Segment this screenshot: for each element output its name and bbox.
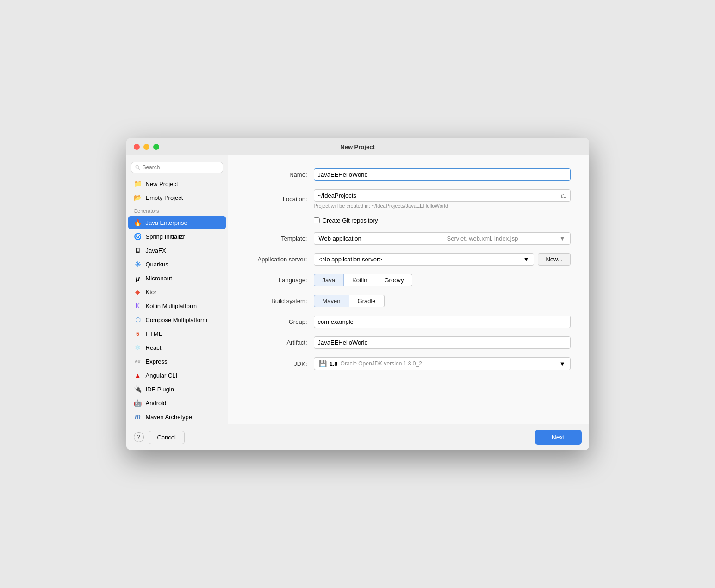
minimize-button[interactable]: [143, 144, 149, 150]
language-label: Language:: [247, 277, 314, 284]
sidebar-item-label: Empty Project: [146, 194, 183, 201]
app-server-controls: <No application server> ▼ New...: [314, 253, 571, 266]
jdk-chevron-icon: ▼: [560, 360, 566, 367]
sidebar-item-label: Kotlin Multiplatform: [146, 303, 197, 309]
new-project-dialog: New Project 📁 New Project 📂 Empty Projec…: [126, 138, 589, 450]
location-field[interactable]: [314, 189, 571, 202]
jdk-dropdown[interactable]: 💾 1.8 Oracle OpenJDK version 1.8.0_2 ▼: [314, 357, 571, 370]
sidebar-item-javafx[interactable]: 🖥 JavaFX: [128, 244, 226, 257]
sidebar-item-label: React: [146, 344, 162, 351]
create-git-label: Create Git repository: [323, 217, 378, 224]
svg-line-1: [138, 168, 140, 170]
close-button[interactable]: [134, 144, 140, 150]
create-git-checkbox[interactable]: [314, 217, 320, 223]
language-java-button[interactable]: Java: [314, 274, 344, 286]
jdk-desc: Oracle OpenJDK version 1.8.0_2: [341, 360, 422, 367]
app-server-dropdown[interactable]: <No application server> ▼: [314, 253, 535, 266]
language-row: Language: Java Kotlin Groovy: [247, 274, 571, 286]
window-title: New Project: [340, 143, 374, 150]
app-server-chevron-icon: ▼: [523, 256, 529, 263]
sidebar-item-label: Angular CLI: [146, 372, 178, 379]
language-groovy-button[interactable]: Groovy: [376, 274, 413, 286]
spring-icon: 🌀: [134, 232, 142, 241]
artifact-label: Artifact:: [247, 339, 314, 346]
app-server-row: Application server: <No application serv…: [247, 253, 571, 266]
build-system-row: Build system: Maven Gradle: [247, 295, 571, 307]
sidebar-item-android[interactable]: 🤖 Android: [128, 396, 226, 409]
artifact-field-wrap: [314, 336, 571, 349]
java-enterprise-icon: 🔥: [134, 218, 142, 227]
build-maven-button[interactable]: Maven: [314, 295, 349, 307]
sidebar-item-label: Maven Archetype: [146, 414, 192, 421]
template-select: Web application Servlet, web.xml, index.…: [314, 232, 571, 245]
html-icon: 5: [134, 329, 142, 338]
sidebar-item-label: Android: [146, 400, 167, 407]
browse-folder-icon[interactable]: 🗂: [560, 192, 567, 199]
search-input[interactable]: [142, 164, 218, 171]
cancel-button[interactable]: Cancel: [149, 431, 185, 444]
group-field-wrap: [314, 316, 571, 328]
language-kotlin-button[interactable]: Kotlin: [344, 274, 376, 286]
sidebar-item-micronaut[interactable]: μ Micronaut: [128, 272, 226, 285]
jdk-disk-icon: 💾: [319, 360, 327, 367]
sidebar-item-label: JavaFX: [146, 247, 166, 254]
location-wrap: 🗂: [314, 189, 571, 202]
sidebar-item-ide-plugin[interactable]: 🔌 IDE Plugin: [128, 383, 226, 396]
jdk-label: JDK:: [247, 360, 314, 367]
location-hint: Project will be created in: ~/IdeaProjec…: [314, 203, 571, 209]
new-server-button[interactable]: New...: [538, 253, 570, 266]
search-icon: [135, 165, 140, 170]
template-hint-dropdown[interactable]: Servlet, web.xml, index.jsp ▼: [442, 232, 571, 245]
sidebar-item-label: New Project: [146, 180, 178, 187]
artifact-field[interactable]: [314, 336, 571, 349]
maximize-button[interactable]: [153, 144, 159, 150]
location-label: Location:: [247, 196, 314, 203]
ide-plugin-icon: 🔌: [134, 385, 142, 393]
main-content: 📁 New Project 📂 Empty Project Generators…: [126, 155, 589, 424]
build-system-label: Build system:: [247, 297, 314, 304]
sidebar-item-compose-multiplatform[interactable]: ⬡ Compose Multiplatform: [128, 313, 226, 326]
sidebar-item-html[interactable]: 5 HTML: [128, 327, 226, 340]
sidebar-item-quarkus[interactable]: ✳ Quarkus: [128, 258, 226, 271]
sidebar-item-kotlin-multiplatform[interactable]: K Kotlin Multiplatform: [128, 299, 226, 312]
sidebar: 📁 New Project 📂 Empty Project Generators…: [126, 155, 228, 424]
template-field-wrap: Web application Servlet, web.xml, index.…: [314, 232, 571, 245]
search-bar[interactable]: [131, 162, 223, 173]
sidebar-item-express[interactable]: ex Express: [128, 355, 226, 368]
sidebar-item-maven-archetype[interactable]: m Maven Archetype: [128, 410, 226, 423]
group-label: Group:: [247, 318, 314, 325]
sidebar-item-empty-project[interactable]: 📂 Empty Project: [128, 191, 226, 204]
sidebar-item-label: IDE Plugin: [146, 386, 174, 393]
footer-left: ? Cancel: [134, 431, 185, 444]
help-button[interactable]: ?: [134, 432, 144, 442]
sidebar-item-label: Ktor: [146, 289, 157, 296]
ktor-icon: ◆: [134, 288, 142, 296]
javafx-icon: 🖥: [134, 246, 142, 254]
sidebar-item-angular-cli[interactable]: ▲ Angular CLI: [128, 369, 226, 382]
name-field[interactable]: [314, 168, 571, 181]
jdk-field-wrap: 💾 1.8 Oracle OpenJDK version 1.8.0_2 ▼: [314, 357, 571, 370]
template-main-select[interactable]: Web application: [314, 232, 442, 245]
create-git-row: Create Git repository: [314, 217, 571, 224]
language-toggle-wrap: Java Kotlin Groovy: [314, 274, 571, 286]
group-field[interactable]: [314, 316, 571, 328]
quarkus-icon: ✳: [134, 260, 142, 268]
language-toggle-group: Java Kotlin Groovy: [314, 274, 571, 286]
sidebar-item-label: Java Enterprise: [146, 219, 187, 226]
sidebar-item-java-enterprise[interactable]: 🔥 Java Enterprise: [128, 216, 226, 229]
next-button[interactable]: Next: [535, 430, 582, 445]
template-chevron-icon: ▼: [560, 235, 566, 242]
location-row: Location: 🗂 Project will be created in: …: [247, 189, 571, 209]
sidebar-item-ktor[interactable]: ◆ Ktor: [128, 285, 226, 298]
name-field-wrap: [314, 168, 571, 181]
traffic-lights: [134, 144, 159, 150]
group-row: Group:: [247, 316, 571, 328]
sidebar-item-react[interactable]: ⚛ React: [128, 341, 226, 354]
build-gradle-button[interactable]: Gradle: [349, 295, 385, 307]
jdk-version: 1.8: [330, 360, 338, 367]
angular-icon: ▲: [134, 371, 142, 379]
sidebar-item-spring-initializr[interactable]: 🌀 Spring Initializr: [128, 230, 226, 243]
app-server-value: <No application server>: [319, 256, 382, 263]
footer: ? Cancel Next: [126, 424, 589, 450]
sidebar-item-new-project[interactable]: 📁 New Project: [128, 177, 226, 190]
